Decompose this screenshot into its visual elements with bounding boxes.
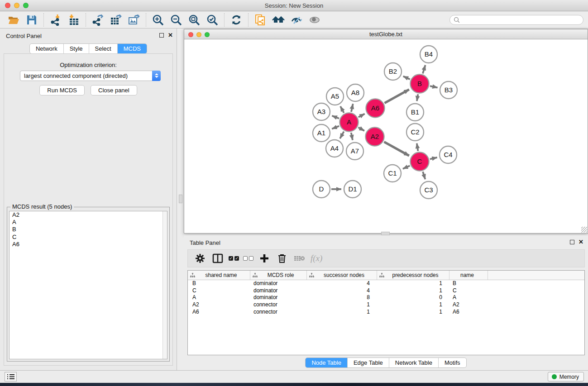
zoom-network-window-button[interactable]	[205, 32, 210, 37]
table-cell[interactable]: B	[188, 280, 250, 287]
import-table-icon[interactable]	[65, 13, 83, 27]
graph-edge-A-A2[interactable]	[358, 128, 364, 131]
table-cell[interactable]: 4	[307, 280, 377, 287]
table-cell[interactable]: 1	[377, 287, 449, 295]
deselect-all-columns-icon[interactable]	[243, 256, 253, 261]
zoom-out-icon[interactable]	[167, 13, 185, 27]
graph-edge-A-A1[interactable]	[332, 126, 339, 129]
vertical-split-handle[interactable]	[179, 195, 182, 203]
task-history-button[interactable]	[5, 372, 17, 381]
table-row[interactable]: Bdominator41B	[188, 280, 584, 287]
graph-node-A5[interactable]: A5	[326, 88, 344, 105]
graph-edge-B-B4[interactable]	[423, 65, 425, 74]
table-tab-node-table[interactable]: Node Table	[306, 358, 347, 367]
mcds-result-list[interactable]: A2ABCA6	[9, 211, 167, 359]
network-window-titlebar[interactable]: testGlobe.txt	[184, 29, 588, 39]
graph-node-C2[interactable]: C2	[406, 124, 424, 141]
new-network-from-file-icon[interactable]	[251, 13, 269, 27]
close-panel-icon[interactable]: ✕	[168, 33, 173, 38]
network-graph[interactable]: B4B2BB3A8A5A6B1A3AA1C2A2A4A7C4CC1C3DD1	[184, 40, 588, 233]
refresh-icon[interactable]	[227, 13, 245, 27]
table-settings-gear-icon[interactable]	[193, 252, 207, 265]
float-table-panel-icon[interactable]	[570, 240, 574, 244]
graph-edge-A-A8[interactable]	[351, 104, 353, 112]
table-cell[interactable]: 0	[377, 294, 449, 301]
graph-edge-B-B1[interactable]	[417, 94, 418, 101]
graph-node-C4[interactable]: C4	[440, 146, 457, 163]
table-cell[interactable]: 1	[377, 309, 449, 316]
graph-edge-C-C4[interactable]	[430, 157, 437, 159]
close-network-window-button[interactable]	[188, 32, 193, 37]
column-header-successor-nodes[interactable]: successor nodes	[307, 271, 377, 280]
graph-edge-A6-B[interactable]	[385, 90, 409, 103]
home-view-icon[interactable]	[269, 13, 287, 27]
graph-node-A6[interactable]: A6	[366, 99, 385, 118]
mcds-result-item[interactable]: A	[10, 219, 167, 226]
graph-edge-C-C1[interactable]	[403, 166, 410, 169]
table-cell[interactable]: connector	[250, 309, 307, 316]
tab-select[interactable]: Select	[89, 44, 117, 53]
table-tab-motifs[interactable]: Motifs	[438, 358, 466, 367]
table-cell[interactable]: 1	[377, 280, 449, 287]
show-column-panel-icon[interactable]	[211, 252, 225, 265]
table-cell[interactable]: C	[188, 287, 250, 295]
table-cell[interactable]: 8	[307, 294, 377, 301]
close-table-panel-icon[interactable]: ✕	[578, 239, 583, 245]
zoom-selected-icon[interactable]	[203, 13, 221, 27]
table-cell[interactable]: 1	[307, 301, 377, 309]
table-cell[interactable]: A2	[188, 301, 250, 309]
minimize-window-button[interactable]	[14, 3, 19, 8]
table-cell[interactable]: 4	[307, 287, 377, 295]
export-image-icon[interactable]	[125, 13, 143, 27]
tab-network[interactable]: Network	[30, 44, 63, 53]
graph-edge-A2-C[interactable]	[384, 142, 409, 156]
graph-node-C[interactable]: C	[411, 152, 429, 171]
zoom-fit-icon[interactable]	[185, 13, 203, 27]
graph-node-B[interactable]: B	[411, 75, 429, 93]
table-cell[interactable]: 1	[377, 301, 449, 309]
graph-node-A3[interactable]: A3	[313, 103, 330, 120]
close-window-button[interactable]	[5, 3, 10, 8]
graph-node-C1[interactable]: C1	[384, 165, 401, 182]
column-header-mcds-role[interactable]: MCDS role	[250, 271, 307, 280]
graph-edge-A-A5[interactable]	[340, 106, 344, 113]
table-cell[interactable]: 1	[307, 309, 377, 316]
table-cell[interactable]: dominator	[250, 294, 307, 301]
table-cell[interactable]: A2	[449, 301, 488, 309]
graph-node-A4[interactable]: A4	[326, 140, 343, 157]
tab-mcds[interactable]: MCDS	[117, 44, 147, 53]
graph-node-B1[interactable]: B1	[406, 104, 424, 121]
table-tab-network-table[interactable]: Network Table	[389, 358, 438, 367]
table-cell[interactable]: A6	[449, 309, 488, 316]
minimize-network-window-button[interactable]	[196, 32, 201, 37]
delete-table-icon[interactable]	[293, 252, 306, 265]
list-scrollbar[interactable]	[163, 211, 167, 359]
table-cell[interactable]: A	[449, 294, 488, 301]
show-view-icon[interactable]	[306, 13, 324, 27]
export-network-icon[interactable]	[89, 13, 107, 27]
graph-edge-A-A6[interactable]	[359, 114, 365, 117]
close-panel-button[interactable]: Close panel	[91, 85, 137, 95]
save-session-icon[interactable]	[23, 13, 41, 27]
mcds-result-item[interactable]: B	[10, 226, 167, 233]
table-cell[interactable]: dominator	[250, 287, 307, 295]
table-row[interactable]: A6connector11A6	[188, 309, 584, 316]
column-header-name[interactable]: name	[449, 271, 488, 280]
window-resize-grip[interactable]	[581, 227, 587, 233]
graph-node-A8[interactable]: A8	[347, 84, 364, 101]
open-file-icon[interactable]	[5, 13, 23, 27]
search-box[interactable]	[449, 15, 583, 25]
graph-node-B3[interactable]: B3	[440, 81, 457, 99]
horizontal-split-handle[interactable]	[381, 232, 390, 235]
graph-edge-C-C3[interactable]	[423, 172, 425, 179]
graph-node-A2[interactable]: A2	[366, 128, 384, 146]
graph-node-D[interactable]: D	[313, 181, 330, 198]
search-input[interactable]	[460, 17, 579, 23]
graph-node-B4[interactable]: B4	[420, 46, 437, 63]
import-network-icon[interactable]	[47, 13, 65, 27]
table-cell[interactable]: connector	[250, 301, 307, 309]
graph-edge-C-C2[interactable]	[417, 143, 418, 151]
mcds-result-item[interactable]: A6	[10, 241, 167, 248]
float-panel-icon[interactable]	[159, 33, 164, 38]
table-cell[interactable]: B	[449, 280, 488, 287]
